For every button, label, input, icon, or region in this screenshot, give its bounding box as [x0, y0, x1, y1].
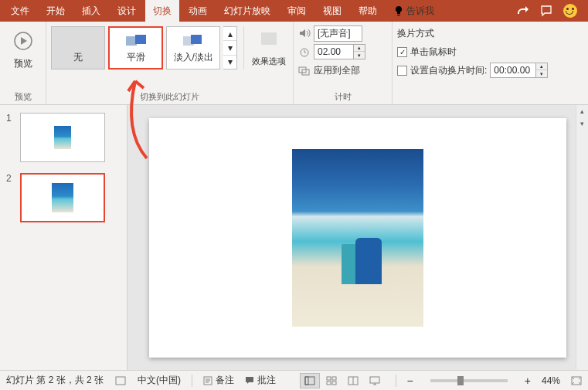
scroll-up-icon[interactable]: ▴ — [576, 105, 588, 117]
on-click-checkbox[interactable]: ✓ — [397, 47, 407, 57]
fade-icon — [182, 33, 205, 49]
group-preview-label: 预览 — [5, 90, 41, 103]
apply-to-all-button[interactable]: 应用到全部 — [298, 62, 360, 79]
group-transition-label: 切换到此幻灯片 — [51, 90, 288, 103]
effect-options-label: 效果选项 — [252, 56, 286, 67]
workspace: 1 2 ▴ ▾ — [0, 105, 588, 370]
preview-label: 预览 — [14, 57, 32, 70]
transition-none[interactable]: 无 — [51, 26, 105, 70]
notes-button[interactable]: 备注 — [203, 374, 234, 387]
advance-title: 换片方式 — [397, 27, 434, 40]
tab-slideshow[interactable]: 幻灯片放映 — [216, 0, 278, 22]
share-icon[interactable] — [517, 5, 529, 17]
slide-image[interactable] — [292, 149, 423, 327]
tab-animations[interactable]: 动画 — [181, 0, 215, 22]
play-circle-icon — [12, 29, 35, 53]
view-slideshow[interactable] — [365, 373, 385, 388]
current-slide[interactable] — [149, 118, 566, 358]
view-normal[interactable] — [300, 373, 320, 388]
language-label[interactable]: 中文(中国) — [138, 374, 181, 387]
after-up[interactable]: ▴ — [536, 63, 547, 70]
zoom-slider[interactable] — [430, 379, 508, 382]
ribbon-tabs: 文件 开始 插入 设计 切换 动画 幻灯片放映 审阅 视图 帮助 告诉我 — [0, 0, 588, 22]
after-input[interactable] — [491, 65, 535, 76]
svg-rect-9 — [116, 377, 125, 385]
gallery-down-icon[interactable]: ▾ — [223, 41, 236, 55]
zoom-value[interactable]: 44% — [542, 375, 560, 386]
apply-all-label: 应用到全部 — [314, 64, 360, 77]
svg-rect-16 — [332, 382, 336, 385]
tab-view[interactable]: 视图 — [315, 0, 349, 22]
comment-icon — [245, 376, 254, 385]
morph-icon — [124, 33, 148, 49]
lightbulb-icon — [394, 5, 403, 16]
duration-input[interactable] — [314, 46, 353, 57]
slide-editor: ▴ ▾ — [127, 105, 588, 370]
thumb-number-1: 1 — [6, 113, 15, 162]
zoom-out[interactable]: − — [407, 375, 413, 387]
effect-options-button: 效果选项 — [250, 25, 288, 85]
on-click-label: 单击鼠标时 — [410, 46, 457, 59]
tab-design[interactable]: 设计 — [110, 0, 144, 22]
transition-morph-label: 平滑 — [127, 51, 145, 64]
svg-rect-18 — [370, 377, 379, 383]
slide-thumb-2[interactable] — [20, 173, 105, 222]
tab-transitions[interactable]: 切换 — [145, 0, 179, 22]
status-bar: 幻灯片 第 2 张，共 2 张 中文(中国) 备注 批注 − + 44% — [0, 370, 588, 390]
group-timing-label: 计时 — [298, 90, 387, 103]
svg-rect-12 — [305, 377, 308, 385]
ribbon: 预览 预览 无 平滑 淡入/淡出 ▴ ▾ ▾ — [0, 22, 588, 105]
title-right — [517, 4, 585, 18]
spellcheck-icon[interactable] — [114, 375, 127, 386]
tab-insert[interactable]: 插入 — [74, 0, 108, 22]
tab-help[interactable]: 帮助 — [351, 0, 385, 22]
tab-review[interactable]: 审阅 — [280, 0, 314, 22]
slide-thumb-1[interactable] — [20, 113, 105, 162]
svg-rect-14 — [332, 377, 336, 380]
gallery-scroll[interactable]: ▴ ▾ ▾ — [223, 26, 236, 70]
after-spinner[interactable]: ▴▾ — [490, 63, 548, 78]
svg-rect-5 — [261, 32, 277, 45]
comments-button[interactable]: 批注 — [245, 374, 276, 387]
sound-dropdown[interactable]: [无声音] — [314, 25, 362, 42]
view-sorter[interactable] — [321, 373, 342, 388]
vertical-scrollbar[interactable]: ▴ ▾ — [576, 105, 588, 370]
preview-button[interactable]: 预览 — [5, 25, 41, 85]
svg-rect-4 — [191, 35, 202, 44]
feedback-smiley-icon[interactable] — [563, 4, 577, 18]
duration-up[interactable]: ▴ — [354, 45, 365, 52]
scroll-down-icon[interactable]: ▾ — [576, 117, 588, 130]
svg-rect-1 — [126, 36, 137, 46]
fit-window-icon[interactable] — [571, 376, 582, 385]
duration-spinner[interactable]: ▴▾ — [314, 44, 365, 59]
after-checkbox[interactable] — [397, 66, 407, 76]
apply-all-icon — [298, 65, 311, 76]
tab-home[interactable]: 开始 — [39, 0, 73, 22]
transition-morph[interactable]: 平滑 — [108, 26, 163, 70]
tab-tellme[interactable]: 告诉我 — [386, 0, 442, 22]
svg-rect-11 — [305, 377, 314, 385]
svg-rect-13 — [327, 377, 331, 380]
notes-icon — [203, 376, 212, 385]
view-reading[interactable] — [343, 373, 363, 388]
after-down[interactable]: ▾ — [536, 70, 547, 77]
slide-counter: 幻灯片 第 2 张，共 2 张 — [6, 374, 104, 387]
effect-options-icon — [258, 31, 280, 49]
thumb-number-2: 2 — [6, 173, 15, 222]
gallery-more-icon[interactable]: ▾ — [223, 56, 236, 69]
duration-down[interactable]: ▾ — [354, 52, 365, 59]
after-label: 设置自动换片时间: — [410, 64, 487, 77]
svg-rect-2 — [135, 35, 146, 44]
tab-file[interactable]: 文件 — [3, 0, 37, 22]
svg-rect-15 — [327, 382, 331, 385]
gallery-up-icon[interactable]: ▴ — [223, 27, 236, 41]
transition-fade-label: 淡入/淡出 — [174, 51, 213, 64]
transition-fade[interactable]: 淡入/淡出 — [166, 26, 220, 70]
thumbnail-panel: 1 2 — [0, 105, 127, 370]
view-buttons — [300, 373, 385, 388]
duration-icon — [298, 46, 311, 57]
transition-none-label: 无 — [73, 51, 83, 64]
sound-icon — [298, 28, 311, 39]
comments-icon[interactable] — [540, 5, 552, 17]
zoom-in[interactable]: + — [525, 375, 531, 387]
